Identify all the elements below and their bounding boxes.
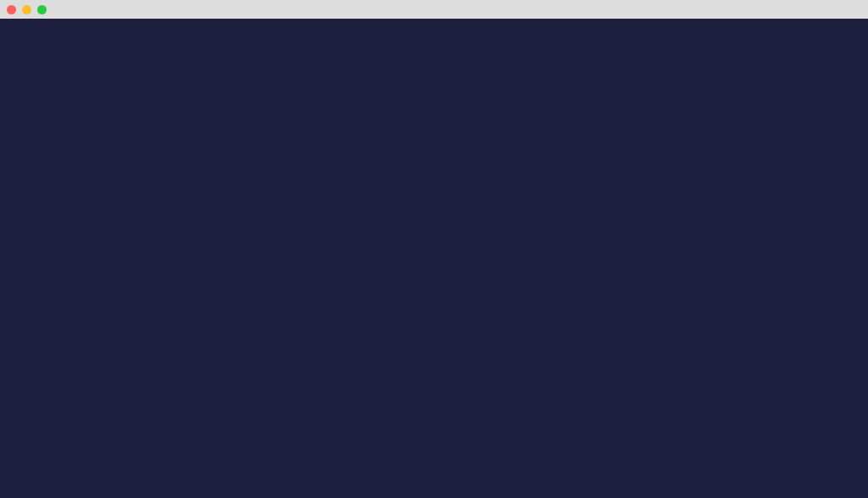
status-line bbox=[5, 49, 863, 66]
git-status-output bbox=[5, 15, 863, 66]
terminal-body[interactable] bbox=[0, 19, 868, 88]
status-line bbox=[5, 32, 863, 49]
close-button-icon[interactable] bbox=[7, 5, 16, 14]
zoom-button-icon[interactable] bbox=[37, 5, 47, 14]
window-titlebar bbox=[0, 0, 868, 19]
minimize-button-icon[interactable] bbox=[22, 5, 31, 14]
traffic-lights bbox=[7, 5, 47, 14]
